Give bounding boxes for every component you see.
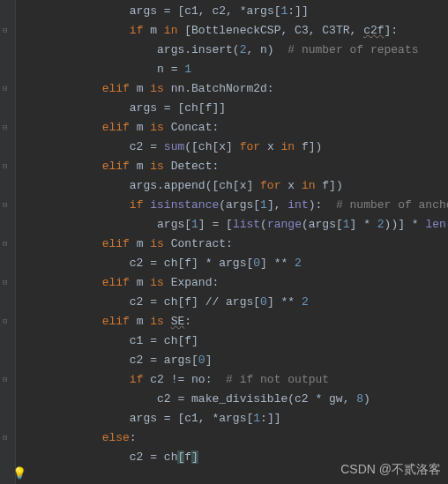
code-line[interactable]: args[1] = [list(range(args[1] * 2))] * l… xyxy=(19,215,448,235)
code-line[interactable]: if m in [BottleneckCSP, C3, C3TR, c2f]: xyxy=(19,21,448,41)
fold-marker-icon[interactable]: ⊟ xyxy=(3,85,11,93)
gutter: ⊟⊟⊟⊟⊟⊟⊟⊟⊟⊟ xyxy=(0,0,16,484)
code-line[interactable]: c2 = make_divisible(c2 * gw, 8) xyxy=(19,390,448,409)
fold-marker-icon[interactable]: ⊟ xyxy=(3,162,11,171)
fold-marker-icon[interactable]: ⊟ xyxy=(3,201,11,210)
fold-marker-icon[interactable]: ⊟ xyxy=(3,240,11,249)
fold-marker-icon[interactable]: ⊟ xyxy=(3,123,11,132)
code-line[interactable]: c2 = ch[f] * args[0] ** 2 xyxy=(19,254,448,273)
fold-marker-icon[interactable]: ⊟ xyxy=(3,279,11,287)
code-line[interactable]: if isinstance(args[1], int): # number of… xyxy=(19,196,448,215)
code-line[interactable]: args = [c1, *args[1:]] xyxy=(19,409,448,428)
code-line[interactable]: args.insert(2, n) # number of repeats xyxy=(19,41,448,60)
code-line[interactable]: c2 = ch[f] // args[0] ** 2 xyxy=(19,293,448,312)
code-editor[interactable]: ⊟⊟⊟⊟⊟⊟⊟⊟⊟⊟ args = [c1, c2, *args[1:]] if… xyxy=(0,0,448,484)
code-line[interactable]: elif m is nn.BatchNorm2d: xyxy=(19,79,448,99)
fold-marker-icon[interactable]: ⊟ xyxy=(3,376,11,384)
code-line[interactable]: elif m is Concat: xyxy=(19,118,448,138)
code-line[interactable]: elif m is Expand: xyxy=(19,273,448,293)
code-line[interactable]: args = [ch[f]] xyxy=(19,99,448,118)
code-line[interactable]: elif m is SE: xyxy=(19,312,448,331)
code-line[interactable]: c1 = ch[f] xyxy=(19,331,448,351)
fold-marker-icon[interactable]: ⊟ xyxy=(3,434,11,443)
fold-marker-icon[interactable]: ⊟ xyxy=(3,26,11,35)
watermark: CSDN @不贰洛客 xyxy=(340,459,441,479)
code-line[interactable]: args.append([ch[x] for x in f]) xyxy=(19,176,448,196)
intention-bulb-icon[interactable]: 💡 xyxy=(12,465,26,484)
code-line[interactable]: elif m is Contract: xyxy=(19,235,448,254)
code-line[interactable]: if c2 != no: # if not output xyxy=(19,370,448,390)
fold-marker-icon[interactable]: ⊟ xyxy=(3,317,11,326)
code-line[interactable]: else: xyxy=(19,428,448,448)
code-line[interactable]: elif m is Detect: xyxy=(19,157,448,176)
code-area[interactable]: args = [c1, c2, *args[1:]] if m in [Bott… xyxy=(16,0,448,484)
code-line[interactable]: c2 = args[0] xyxy=(19,351,448,370)
code-line[interactable]: n = 1 xyxy=(19,60,448,79)
code-line[interactable]: args = [c1, c2, *args[1:]] xyxy=(19,2,448,21)
code-line[interactable]: c2 = sum([ch[x] for x in f]) xyxy=(19,138,448,157)
